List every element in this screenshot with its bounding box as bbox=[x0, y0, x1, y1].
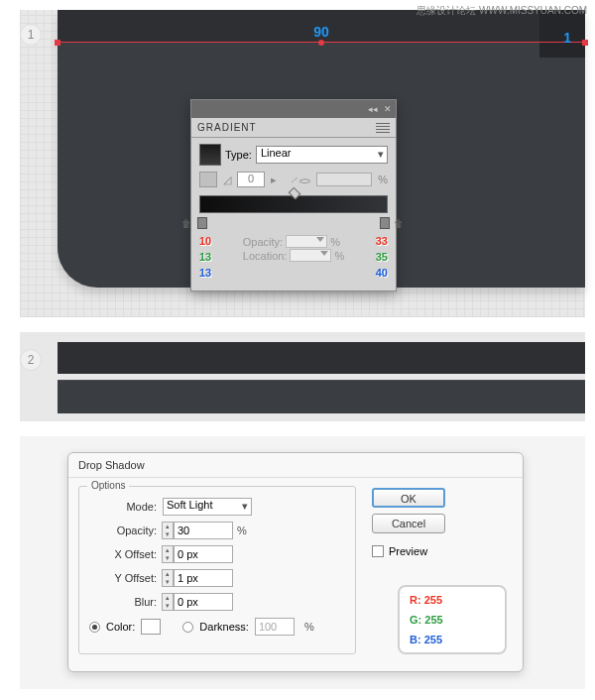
color-swatch[interactable] bbox=[141, 619, 161, 635]
step-1-badge: 1 bbox=[20, 24, 42, 46]
blur-input[interactable] bbox=[174, 593, 233, 611]
rgb-callout: R: 255 G: 255 B: 255 bbox=[398, 585, 507, 654]
angle-icon: ◿ bbox=[223, 174, 231, 186]
darkness-input bbox=[255, 618, 295, 636]
step-2-badge: 2 bbox=[20, 349, 42, 371]
left-stop-rgb: 10 13 13 bbox=[199, 233, 211, 281]
collapse-icon[interactable]: ◂◂ bbox=[368, 104, 378, 114]
gradient-panel: ◂◂ ✕ GRADIENT Type: Linear ◿ 0 ▸ ⟋⬭ % bbox=[190, 99, 397, 292]
cancel-button[interactable]: Cancel bbox=[372, 514, 445, 533]
type-label: Type: bbox=[225, 149, 252, 161]
width-measure: 90 bbox=[313, 24, 329, 40]
blur-spinner[interactable] bbox=[162, 593, 174, 611]
selection-handle-center[interactable] bbox=[318, 40, 324, 46]
right-stop-rgb: 33 35 40 bbox=[376, 233, 388, 281]
rgb-b: B: 255 bbox=[410, 630, 495, 649]
angle-flyout-icon[interactable]: ▸ bbox=[271, 174, 277, 186]
angle-input[interactable]: 0 bbox=[237, 172, 265, 187]
aspect-percent: % bbox=[378, 174, 388, 185]
gradient-tab-bar: GRADIENT bbox=[191, 118, 396, 138]
rgb-g: G: 255 bbox=[410, 610, 495, 630]
darkness-radio[interactable] bbox=[182, 622, 193, 633]
selection-handle-right[interactable] bbox=[582, 40, 588, 46]
drop-shadow-dialog: Drop Shadow Options Mode: Soft Light Opa… bbox=[67, 452, 524, 672]
preview-checkbox[interactable] bbox=[372, 545, 384, 557]
location-slider[interactable] bbox=[290, 249, 331, 262]
yoffset-lbl: Y Offset: bbox=[89, 572, 157, 584]
opacity-lbl: Opacity: bbox=[89, 525, 157, 536]
mode-select[interactable]: Soft Light bbox=[163, 498, 252, 516]
ok-button[interactable]: OK bbox=[372, 488, 445, 508]
reverse-icon[interactable] bbox=[199, 172, 217, 187]
rgb-r: R: 255 bbox=[410, 590, 495, 610]
aspect-icon: ⟋⬭ bbox=[289, 174, 310, 185]
gradient-swatch[interactable] bbox=[199, 144, 221, 166]
darkness-lbl: Darkness: bbox=[199, 621, 249, 633]
left-r: 10 bbox=[199, 233, 211, 249]
opacity-pct: % bbox=[330, 236, 340, 248]
yoffset-input[interactable] bbox=[174, 569, 233, 587]
options-legend: Options bbox=[87, 480, 129, 491]
preview-label: Preview bbox=[389, 545, 427, 557]
mode-label: Mode: bbox=[89, 501, 157, 513]
options-fieldset: Options Mode: Soft Light Opacity: % X Of… bbox=[78, 486, 356, 654]
xoffset-spinner[interactable] bbox=[162, 545, 174, 563]
trash-right-icon[interactable] bbox=[394, 217, 406, 231]
darkness-unit: % bbox=[304, 621, 314, 633]
type-dropdown[interactable]: Linear bbox=[256, 146, 388, 164]
gradient-ramp[interactable] bbox=[199, 195, 388, 213]
gradient-tab-label[interactable]: GRADIENT bbox=[197, 122, 257, 133]
xoffset-input[interactable] bbox=[174, 545, 233, 563]
panel-2-canvas bbox=[20, 332, 585, 421]
right-g: 35 bbox=[376, 249, 388, 265]
gradient-stop-left[interactable] bbox=[197, 217, 207, 229]
close-icon[interactable]: ✕ bbox=[384, 104, 392, 114]
trash-left-icon[interactable] bbox=[181, 217, 193, 231]
bar-bottom bbox=[58, 380, 585, 413]
right-b: 40 bbox=[376, 265, 388, 281]
yoffset-spinner[interactable] bbox=[162, 569, 174, 587]
side-measure: 1 bbox=[563, 30, 571, 46]
dialog-title: Drop Shadow bbox=[68, 453, 523, 478]
opacity-spinner[interactable] bbox=[162, 522, 174, 539]
aspect-slider[interactable] bbox=[316, 173, 372, 186]
location-pct: % bbox=[334, 250, 344, 262]
right-r: 33 bbox=[376, 233, 388, 249]
left-b: 13 bbox=[199, 265, 211, 281]
color-radio[interactable] bbox=[89, 622, 100, 633]
gradient-stop-right[interactable] bbox=[380, 217, 390, 229]
blur-lbl: Blur: bbox=[89, 596, 157, 608]
color-lbl: Color: bbox=[106, 621, 135, 633]
watermark: 思缘设计论坛 WWW.MISSYUAN.COM bbox=[416, 4, 587, 18]
opacity-unit: % bbox=[237, 525, 247, 536]
opacity-slider[interactable] bbox=[286, 235, 327, 248]
gradient-panel-header: ◂◂ ✕ bbox=[191, 100, 396, 118]
xoffset-lbl: X Offset: bbox=[89, 548, 157, 560]
opacity-label: Opacity: bbox=[243, 236, 283, 248]
selection-handle-left[interactable] bbox=[55, 40, 60, 46]
panel-menu-icon[interactable] bbox=[376, 123, 390, 133]
left-g: 13 bbox=[199, 249, 211, 265]
location-label: Location: bbox=[243, 250, 288, 262]
bar-top bbox=[58, 342, 585, 374]
opacity-input[interactable] bbox=[174, 522, 233, 539]
